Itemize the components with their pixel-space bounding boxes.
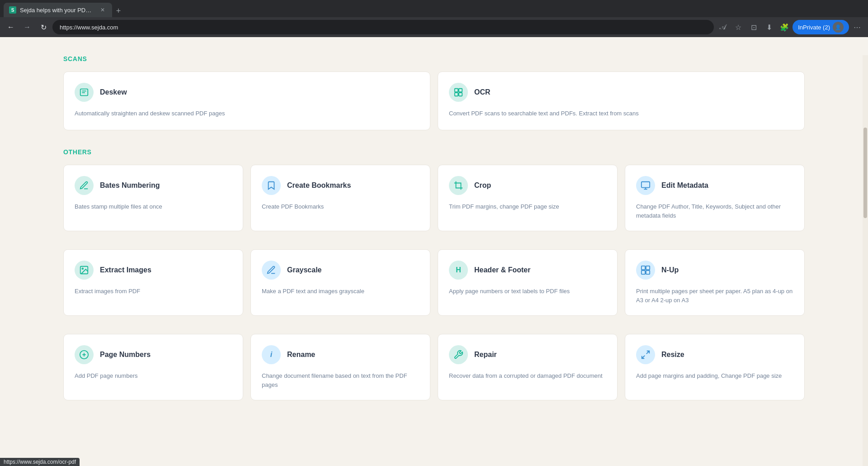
bookmarks-header: Create Bookmarks (262, 176, 419, 195)
grayscale-card[interactable]: Grayscale Make a PDF text and images gra… (250, 249, 430, 316)
scrollbar-thumb[interactable] (863, 128, 867, 218)
svg-rect-15 (646, 271, 650, 274)
rename-header: i Rename (262, 345, 419, 364)
page-numbers-title: Page Numbers (100, 351, 151, 359)
others-section-title: OTHERS (63, 148, 805, 156)
favorites-button[interactable]: ☆ (731, 20, 745, 34)
extract-images-card[interactable]: Extract Images Extract images from PDF (63, 249, 243, 316)
ocr-icon (449, 83, 468, 102)
rename-icon: i (262, 345, 281, 364)
scrollbar[interactable] (863, 55, 868, 466)
inprivate-button[interactable]: InPrivate (2) 👤 (793, 20, 849, 34)
repair-card[interactable]: Repair Recover data from a corrupted or … (438, 334, 618, 400)
bates-header: Bates Numbering (75, 176, 232, 195)
resize-card[interactable]: Resize Add page margins and padding, Cha… (625, 334, 805, 400)
active-tab[interactable]: S Sejda helps with your PDF tasks ✕ (4, 3, 112, 17)
tab-close-button[interactable]: ✕ (99, 6, 107, 14)
svg-rect-5 (455, 93, 458, 96)
extract-images-icon (75, 261, 94, 280)
bookmarks-description: Create PDF Bookmarks (262, 202, 419, 211)
page-numbers-icon (75, 345, 94, 364)
deskew-card-header: Deskew (75, 83, 419, 102)
bookmarks-card[interactable]: Create Bookmarks Create PDF Bookmarks (250, 165, 430, 231)
svg-rect-13 (646, 266, 650, 270)
status-url: https://www.sejda.com/ocr-pdf (4, 459, 76, 465)
extract-images-title: Extract Images (100, 266, 151, 274)
tab-title: Sejda helps with your PDF tasks (20, 7, 95, 14)
downloads-button[interactable]: ⬇ (762, 20, 776, 34)
svg-rect-7 (642, 182, 650, 188)
extract-images-header: Extract Images (75, 261, 232, 280)
header-footer-description: Apply page numbers or text labels to PDF… (449, 287, 606, 296)
new-tab-button[interactable]: + (112, 5, 125, 17)
nup-card[interactable]: N-Up Print multiple pages per sheet per … (625, 249, 805, 316)
inprivate-label: InPrivate (2) (798, 24, 830, 31)
address-bar[interactable]: https://www.sejda.com (52, 20, 714, 34)
grayscale-icon (262, 261, 281, 280)
page-numbers-header: Page Numbers (75, 345, 232, 364)
deskew-description: Automatically straighten and deskew scan… (75, 109, 419, 118)
repair-icon (449, 345, 468, 364)
collections-button[interactable]: ⊡ (746, 20, 761, 34)
page-numbers-description: Add PDF page numbers (75, 371, 232, 380)
crop-card[interactable]: Crop Trim PDF margins, change PDF page s… (438, 165, 618, 231)
refresh-button[interactable]: ↻ (36, 20, 51, 34)
grayscale-title: Grayscale (287, 266, 322, 274)
svg-rect-6 (459, 93, 462, 96)
header-footer-header: H Header & Footer (449, 261, 606, 280)
deskew-title: Deskew (100, 88, 127, 96)
svg-rect-4 (459, 89, 462, 92)
extensions-button[interactable]: 🧩 (777, 20, 792, 34)
nup-title: N-Up (661, 266, 679, 274)
repair-title: Repair (474, 351, 497, 359)
more-button[interactable]: ⋯ (850, 20, 864, 34)
repair-header: Repair (449, 345, 606, 364)
nup-icon (636, 261, 655, 280)
svg-rect-14 (642, 271, 645, 274)
status-bar: https://www.sejda.com/ocr-pdf (0, 458, 80, 466)
edit-metadata-card[interactable]: Edit Metadata Change PDF Author, Title, … (625, 165, 805, 231)
header-footer-icon: H (449, 261, 468, 280)
deskew-card[interactable]: Deskew Automatically straighten and desk… (63, 71, 430, 130)
svg-point-11 (82, 268, 83, 269)
bates-icon (75, 176, 94, 195)
back-button[interactable]: ← (4, 20, 18, 34)
reader-view-button[interactable]: 𝒜 (716, 20, 730, 34)
ocr-card-header: OCR (449, 83, 793, 102)
scans-cards-grid: Deskew Automatically straighten and desk… (63, 71, 805, 130)
edit-metadata-icon (636, 176, 655, 195)
repair-description: Recover data from a corrupted or damaged… (449, 371, 606, 380)
svg-rect-12 (642, 266, 645, 270)
nup-description: Print multiple pages per sheet per paper… (636, 287, 793, 304)
svg-line-20 (642, 356, 645, 358)
deskew-icon (75, 83, 94, 102)
others-row2: Extract Images Extract images from PDF G… (63, 249, 805, 316)
bookmarks-title: Create Bookmarks (287, 181, 351, 190)
edit-metadata-description: Change PDF Author, Title, Keywords, Subj… (636, 202, 793, 220)
bates-numbering-card[interactable]: Bates Numbering Bates stamp multiple fil… (63, 165, 243, 231)
grayscale-header: Grayscale (262, 261, 419, 280)
bates-description: Bates stamp multiple files at once (75, 202, 232, 211)
crop-title: Crop (474, 181, 491, 190)
others-row1: Bates Numbering Bates stamp multiple fil… (63, 165, 805, 231)
forward-button[interactable]: → (20, 20, 34, 34)
crop-description: Trim PDF margins, change PDF page size (449, 202, 606, 211)
ocr-card[interactable]: OCR Convert PDF scans to searchable text… (438, 71, 805, 130)
rename-card[interactable]: i Rename Change document filename based … (250, 334, 430, 400)
resize-header: Resize (636, 345, 793, 364)
resize-description: Add page margins and padding, Change PDF… (636, 371, 793, 380)
header-footer-title: Header & Footer (474, 266, 530, 274)
edit-metadata-title: Edit Metadata (661, 181, 708, 190)
resize-icon (636, 345, 655, 364)
avatar: 👤 (833, 22, 844, 33)
tab-bar: S Sejda helps with your PDF tasks ✕ + (0, 0, 868, 17)
header-footer-card[interactable]: H Header & Footer Apply page numbers or … (438, 249, 618, 316)
tab-favicon: S (9, 6, 16, 14)
bates-title: Bates Numbering (100, 181, 160, 190)
grayscale-description: Make a PDF text and images grayscale (262, 287, 419, 296)
page-numbers-card[interactable]: Page Numbers Add PDF page numbers (63, 334, 243, 400)
edit-metadata-header: Edit Metadata (636, 176, 793, 195)
ocr-title: OCR (474, 88, 491, 96)
svg-line-19 (646, 351, 649, 354)
bookmarks-icon (262, 176, 281, 195)
